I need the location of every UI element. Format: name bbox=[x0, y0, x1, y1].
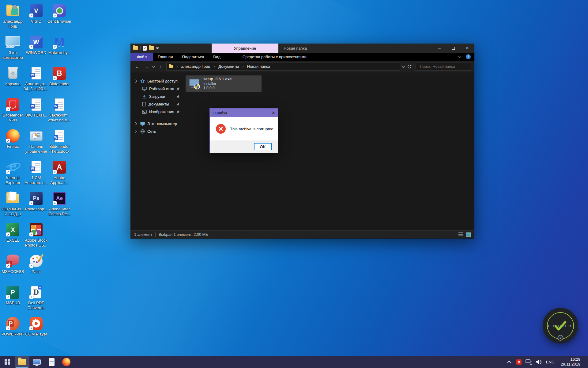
file-item-selected[interactable]: setup_3.6.1.exe Installer 1.0.0.0 bbox=[186, 75, 262, 92]
desktop-icon-malwarebytes[interactable]: Malwareby... bbox=[47, 35, 72, 55]
properties-check-icon[interactable] bbox=[143, 46, 147, 51]
sidebar-item-documents[interactable]: Документы bbox=[130, 100, 184, 108]
desktop-icon-doc-theta[interactable]: Bitdefender Theta.docx bbox=[47, 129, 72, 154]
start-button[interactable] bbox=[0, 356, 15, 368]
details-view-toggle-icon[interactable] bbox=[458, 232, 463, 237]
desktop-icon-powerpoint[interactable]: POWERPNT bbox=[0, 316, 26, 337]
desktop-icon-user-folder[interactable]: александр Гриц bbox=[0, 4, 26, 29]
taskbar-file-explorer[interactable] bbox=[15, 356, 29, 368]
up-button[interactable]: ↑ bbox=[157, 64, 164, 69]
ribbon-context-header[interactable]: Управление bbox=[212, 44, 278, 53]
desktop-icon-mspub[interactable]: MSPUB bbox=[0, 285, 26, 305]
breadcrumb-documents[interactable]: Документы bbox=[218, 64, 239, 69]
maximize-button[interactable] bbox=[446, 44, 460, 53]
desktop-icon-firefox[interactable]: Firefox bbox=[0, 129, 26, 149]
desktop-icon-bitdefender[interactable]: Bitdefender bbox=[47, 66, 72, 86]
clock[interactable]: 16:29 29.11.2019 bbox=[558, 357, 583, 367]
address-dropdown-chevron-icon[interactable] bbox=[402, 65, 405, 68]
taskbar-computer-app[interactable] bbox=[29, 356, 44, 368]
desktop-icon-control-panel[interactable]: Панель управления bbox=[23, 129, 49, 154]
sidebar-item-label: Этот компьютер bbox=[147, 121, 177, 126]
large-icons-view-toggle-icon[interactable] bbox=[466, 232, 471, 237]
sidebar-item-quick-access[interactable]: Быстрый доступ bbox=[130, 77, 184, 85]
tab-application-tools[interactable]: Средства работы с приложениями bbox=[238, 53, 311, 61]
control-panel-icon bbox=[30, 131, 43, 141]
desktop-icon-peroxide-folder[interactable]: ПЕРОКСИ... И СОД_1 bbox=[0, 191, 26, 217]
desktop-icon-doc-report[interactable]: Заключит... отчет по м... bbox=[47, 98, 72, 123]
bitdefender-tray-icon[interactable]: B bbox=[515, 359, 523, 365]
desktop-icon-paint[interactable]: Paint bbox=[23, 254, 49, 274]
network-tray-icon[interactable] bbox=[525, 359, 533, 365]
help-icon[interactable]: ? bbox=[466, 54, 471, 59]
desktop-icon-visio[interactable]: VISIO bbox=[23, 4, 49, 24]
desktop-icon-internet-explorer[interactable]: Internet Explorer bbox=[0, 160, 26, 186]
desktop-icon-label: ПЕРОКСИ... И СОД_1 bbox=[0, 207, 26, 217]
time: 16:29 bbox=[570, 357, 580, 362]
customize-toolbar-chevron-icon[interactable] bbox=[156, 47, 159, 49]
close-button[interactable]: × bbox=[460, 44, 474, 53]
sidebar-item-desktop[interactable]: Рабочий стол bbox=[130, 85, 184, 93]
checkmark-icon bbox=[554, 321, 567, 331]
desktop-icon-doc-ecotech[interactable]: ЭКОТЕХН... bbox=[23, 98, 49, 118]
desktop-icon-msaccess[interactable]: MSACCESS bbox=[0, 254, 26, 274]
desktop-icon-doc-annotation[interactable]: Аннотац.о... 34_3 кв 201... bbox=[23, 66, 49, 92]
forward-button[interactable]: → bbox=[143, 64, 150, 69]
tab-file[interactable]: Файл bbox=[130, 53, 153, 61]
desktop-icon-after-effects[interactable]: Adobe After Effects Re... bbox=[47, 191, 72, 217]
address-field[interactable]: › александр Гриц › Документы › Новая пап… bbox=[166, 63, 400, 71]
hidden-icons-chevron-icon[interactable] bbox=[506, 361, 513, 363]
refresh-icon[interactable] bbox=[407, 64, 412, 69]
minimize-button[interactable] bbox=[432, 44, 446, 53]
desktop-icon-adobe-stock[interactable]: Adobe Stock Photos CS... bbox=[23, 223, 49, 248]
breadcrumb-current-folder[interactable]: Новая папка bbox=[247, 64, 271, 69]
desktop-icon-adobe-application[interactable]: Adobe Applicati... bbox=[47, 160, 72, 186]
desktop-icon-winword[interactable]: WINWORD bbox=[23, 35, 49, 55]
desktop-icon-recycle-bin[interactable]: Корзина bbox=[0, 66, 26, 86]
desktop-icon-label: Корзина bbox=[5, 82, 21, 86]
desktop-icon-this-pc[interactable]: Этот компьютер bbox=[0, 35, 26, 60]
search-box[interactable] bbox=[416, 63, 471, 71]
taskbar-document-app[interactable] bbox=[44, 356, 59, 368]
desktop-icon-gom-player[interactable]: GOM Player bbox=[23, 316, 49, 337]
desktop-icon-label: GOM Player bbox=[25, 332, 47, 337]
folder-icon[interactable] bbox=[133, 46, 138, 50]
desktop-icon-photoshop[interactable]: Photoshop... bbox=[23, 191, 49, 212]
back-button[interactable]: ← bbox=[134, 64, 141, 69]
ribbon-expand-chevron-icon[interactable] bbox=[458, 56, 462, 58]
title-bar[interactable]: Управление Новая папка × bbox=[130, 44, 474, 53]
sidebar-item-network[interactable]: Сеть bbox=[130, 128, 184, 135]
volume-tray-icon[interactable] bbox=[535, 359, 542, 364]
tab-share[interactable]: Поделиться bbox=[177, 53, 209, 61]
desktop-icon-label: Adobe Applicati... bbox=[47, 175, 72, 186]
dialog-title-bar[interactable]: Ошибка × bbox=[210, 109, 278, 117]
recent-locations-chevron-icon[interactable] bbox=[152, 65, 155, 68]
desktop-icon-excel[interactable]: EXCEL bbox=[0, 223, 26, 243]
sidebar-item-label: Сеть bbox=[147, 129, 156, 134]
desktop-icon-label: Internet Explorer bbox=[0, 175, 26, 186]
desktop-icon-bitdefender-vpn[interactable]: Bitdefender VPN bbox=[0, 98, 26, 123]
desktop-icon-cent-browser[interactable]: Cent Browser bbox=[47, 4, 72, 24]
sidebar-item-this-pc[interactable]: Этот компьютер bbox=[130, 120, 184, 128]
desktop-icon-label: EXCEL bbox=[6, 238, 20, 243]
desktop-icon-label: Adobe After Effects Re... bbox=[47, 207, 72, 217]
desktop-icon-doc-1cm[interactable]: 1 СМ Аннотац. о... bbox=[23, 160, 49, 186]
tab-home[interactable]: Главная bbox=[153, 53, 177, 61]
tab-view[interactable]: Вид bbox=[209, 53, 225, 61]
desktop-icon-label: александр Гриц bbox=[0, 19, 26, 29]
status-bar: 1 элемент Выбран 1 элемент: 2,00 МБ bbox=[130, 230, 474, 238]
shortcut-arrow-icon bbox=[29, 232, 33, 236]
new-folder-icon[interactable] bbox=[149, 46, 154, 50]
dialog-close-icon[interactable]: × bbox=[272, 110, 275, 116]
breadcrumb-user[interactable]: александр Гриц bbox=[180, 64, 211, 69]
taskbar-firefox[interactable] bbox=[59, 356, 74, 368]
language-indicator[interactable]: ENG bbox=[545, 360, 556, 364]
sidebar-item-pictures[interactable]: Изображения bbox=[130, 108, 184, 116]
sidebar-item-downloads[interactable]: Загрузки bbox=[130, 93, 184, 100]
navigation-pane: Быстрый доступ Рабочий стол Загрузки bbox=[130, 72, 184, 230]
desktop-icon-deli-pdf[interactable]: Deli PDF Converter bbox=[23, 285, 49, 311]
antivirus-scan-widget[interactable]: 2 bbox=[543, 308, 578, 343]
ok-button[interactable]: OK bbox=[254, 143, 272, 150]
desktop-icon-label: Заключит... отчет по м... bbox=[47, 113, 72, 123]
notification-badge: 2 bbox=[558, 335, 564, 341]
search-input[interactable] bbox=[420, 64, 469, 69]
